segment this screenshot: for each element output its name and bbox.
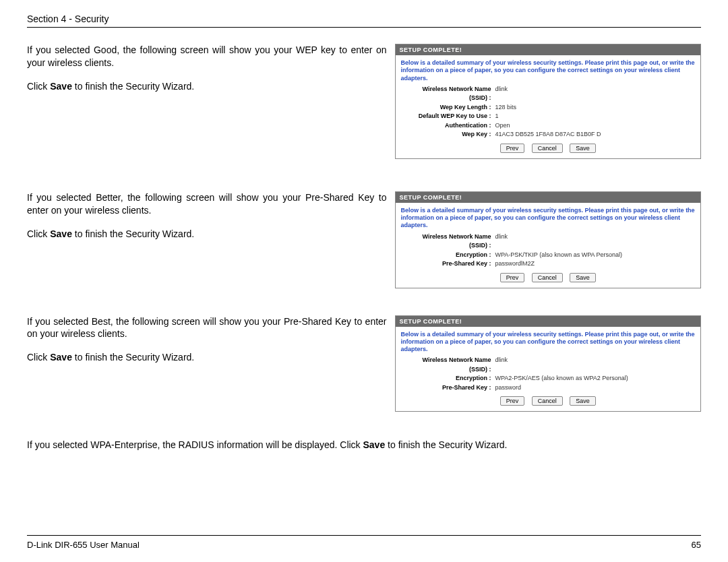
cancel-button[interactable]: Cancel: [532, 144, 563, 153]
default-wep-key: 1: [495, 112, 696, 121]
ssid-value: dlink: [495, 85, 696, 103]
save-button[interactable]: Save: [570, 144, 596, 153]
wpa-enterprise-note: If you selected WPA-Enterprise, the RADI…: [27, 439, 701, 451]
preshared-key-value: password: [495, 383, 696, 393]
prev-button[interactable]: Prev: [500, 273, 525, 282]
preshared-key-value: passwordlM2Z: [495, 259, 696, 269]
panel-message: Below is a detailed summary of your wire…: [396, 203, 701, 232]
section-header: Section 4 - Security: [27, 13, 701, 28]
wep-key-length: 128 bits: [495, 103, 696, 113]
prev-button[interactable]: Prev: [500, 144, 525, 153]
ssid-value: dlink: [495, 356, 696, 374]
page-number: 65: [692, 540, 701, 550]
panel-title: SETUP COMPLETE!: [396, 316, 701, 327]
save-button[interactable]: Save: [570, 273, 596, 282]
panel-title: SETUP COMPLETE!: [396, 44, 701, 55]
better-paragraph-1: If you selected Better, the following sc…: [27, 191, 387, 217]
footer-left: D-Link DIR-655 User Manual: [27, 540, 140, 550]
best-paragraph-2: Click Save to finish the Security Wizard…: [27, 351, 387, 364]
good-paragraph-1: If you selected Good, the following scre…: [27, 44, 387, 69]
good-paragraph-2: Click Save to finish the Security Wizard…: [27, 80, 387, 93]
panel-message: Below is a detailed summary of your wire…: [396, 55, 701, 85]
best-text: If you selected Best, the following scre…: [27, 315, 387, 375]
best-paragraph-1: If you selected Best, the following scre…: [27, 315, 387, 341]
panel-title: SETUP COMPLETE!: [396, 192, 701, 203]
prev-button[interactable]: Prev: [500, 396, 525, 406]
cancel-button[interactable]: Cancel: [532, 273, 563, 282]
better-paragraph-2: Click Save to finish the Security Wizard…: [27, 228, 387, 241]
ssid-value: dlink: [495, 232, 696, 251]
setup-complete-panel-best: SETUP COMPLETE! Below is a detailed summ…: [395, 315, 702, 412]
cancel-button[interactable]: Cancel: [532, 396, 563, 406]
save-button[interactable]: Save: [570, 396, 596, 406]
encryption-value: WPA2-PSK/AES (also known as WPA2 Persona…: [495, 374, 696, 383]
encryption-value: WPA-PSK/TKIP (also known as WPA Personal…: [495, 251, 696, 260]
setup-complete-panel-better: SETUP COMPLETE! Below is a detailed summ…: [395, 191, 702, 288]
setup-complete-panel-good: SETUP COMPLETE! Below is a detailed summ…: [395, 44, 702, 159]
panel-message: Below is a detailed summary of your wire…: [396, 327, 701, 356]
good-text: If you selected Good, the following scre…: [27, 44, 387, 104]
authentication-value: Open: [495, 121, 696, 131]
better-text: If you selected Better, the following sc…: [27, 191, 387, 251]
wep-key-value: 41AC3 DB525 1F8A8 D87AC B1B0F D: [495, 130, 696, 139]
